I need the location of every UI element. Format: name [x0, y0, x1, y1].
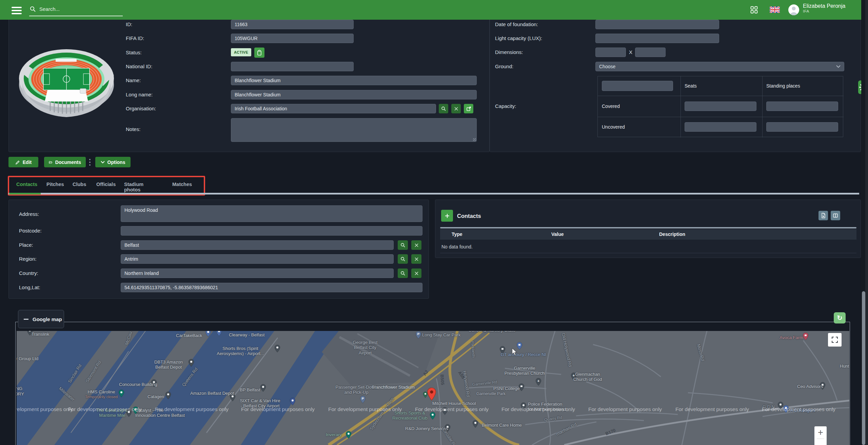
status-label: Status: — [126, 48, 142, 57]
long-name-field[interactable] — [231, 90, 477, 99]
collapse-icon[interactable] — [24, 319, 28, 320]
search-icon — [441, 106, 446, 111]
user-name[interactable]: Elizabeta Peronja — [803, 3, 845, 9]
contacts-column-type: Type — [452, 231, 462, 237]
tab-contacts[interactable]: Contacts — [16, 182, 37, 187]
kebab-menu[interactable] — [88, 158, 92, 167]
top-navbar: Search... Elizabeta Peronja IFA — [0, 0, 868, 20]
country-field[interactable] — [121, 268, 394, 278]
table-row-divider — [440, 253, 856, 253]
uncovered-standing-field[interactable] — [766, 122, 838, 132]
fifa-id-label: FIFA ID: — [126, 34, 144, 43]
map-watermark: For development purposes only — [241, 406, 315, 412]
dimensions-width-field[interactable] — [595, 48, 626, 57]
search-input[interactable]: Search... — [39, 3, 123, 15]
organisation-label: Organisation: — [126, 104, 156, 113]
map-legend[interactable]: Google map — [18, 310, 64, 328]
organisation-clear-button[interactable] — [451, 104, 461, 113]
edit-button[interactable]: Edit — [8, 157, 38, 167]
ground-label: Ground: — [495, 62, 513, 71]
country-search-button[interactable] — [398, 268, 408, 278]
export-excel-button[interactable] — [818, 211, 828, 220]
map-watermark: For development purposes only — [588, 406, 662, 412]
organisation-search-button[interactable] — [439, 104, 448, 113]
tab-matches[interactable]: Matches — [172, 182, 192, 187]
mouse-cursor — [512, 348, 517, 357]
foundation-field[interactable] — [595, 20, 719, 29]
organisation-open-button[interactable] — [464, 104, 473, 113]
status-history-button[interactable] — [254, 48, 264, 58]
tab-pitches[interactable]: Pitches — [46, 182, 64, 187]
map-refresh-button[interactable]: ↻ — [834, 312, 846, 323]
address-field[interactable]: Holywood Road — [121, 205, 422, 222]
map-watermark: For development purposes only — [415, 406, 489, 412]
uk-flag-icon — [770, 6, 780, 13]
table-scrollbar[interactable] — [440, 227, 856, 228]
place-clear-button[interactable] — [411, 240, 421, 250]
fullscreen-icon — [832, 337, 838, 343]
status-badge: ACTIVE — [231, 48, 251, 56]
dimensions-separator: X — [629, 48, 632, 57]
light-capacity-field[interactable] — [595, 34, 719, 43]
capacity-col-seats: Seats — [685, 83, 697, 89]
search-box[interactable]: Search... — [29, 3, 123, 16]
place-search-button[interactable] — [398, 240, 408, 250]
notes-resize-handle[interactable] — [473, 138, 476, 141]
covered-standing-field[interactable] — [766, 101, 838, 111]
documents-button[interactable]: Documents — [44, 157, 86, 167]
ground-select[interactable]: Choose — [595, 62, 844, 71]
light-capacity-label: Light capacity (LUX): — [495, 34, 542, 43]
scrollbar-thumb[interactable] — [862, 291, 865, 445]
map-watermark: For development purposes only — [762, 406, 835, 412]
postcode-field[interactable] — [121, 226, 422, 236]
longlat-field[interactable] — [121, 283, 422, 292]
map-watermark: For development purposes only — [501, 406, 575, 412]
clipboard-icon — [257, 50, 262, 56]
tab-clubs[interactable]: Clubs — [73, 182, 86, 187]
notes-field[interactable] — [231, 118, 477, 142]
page-scrollbar[interactable] — [861, 0, 868, 445]
address-label: Address: — [19, 209, 39, 219]
avatar[interactable] — [788, 4, 799, 15]
capacity-name-field[interactable] — [602, 81, 673, 91]
zoom-divider — [817, 439, 824, 439]
name-field[interactable] — [231, 76, 477, 85]
apps-grid-button[interactable] — [750, 6, 758, 15]
uncovered-seats-field[interactable] — [685, 122, 756, 132]
capacity-row-uncovered: Uncovered — [602, 124, 625, 130]
contacts-empty-row: No data found. — [441, 244, 473, 249]
tab-underline-active — [9, 193, 41, 194]
zoom-in-button[interactable]: + — [814, 426, 827, 445]
fifa-id-field[interactable] — [231, 34, 354, 43]
columns-icon — [833, 214, 838, 218]
map-watermark: For development purposes only — [328, 406, 402, 412]
external-link-icon — [467, 107, 471, 111]
person-icon — [788, 4, 799, 15]
google-map[interactable]: P++P Translinkber Group LtdSinclair RdSt… — [17, 331, 849, 445]
place-field[interactable] — [121, 240, 394, 250]
dimensions-height-field[interactable] — [635, 48, 666, 57]
tab-stadium-photos[interactable]: Stadium photos — [124, 182, 143, 192]
name-label: Name: — [126, 76, 141, 85]
chevron-down-icon — [101, 161, 105, 164]
national-id-field[interactable] — [231, 62, 354, 71]
id-field[interactable] — [231, 20, 354, 29]
stadium-details-panel: ID: FIFA ID: Status: ACTIVE National ID:… — [8, 10, 490, 152]
region-clear-button[interactable] — [411, 254, 421, 264]
columns-toggle-button[interactable] — [831, 211, 840, 220]
menu-button[interactable] — [12, 7, 22, 14]
fullscreen-button[interactable] — [828, 333, 842, 347]
map-marker[interactable] — [427, 387, 436, 402]
chevron-down-icon — [836, 65, 841, 68]
close-icon — [415, 272, 418, 275]
language-flag-button[interactable] — [770, 6, 780, 14]
add-contact-button[interactable] — [441, 210, 453, 222]
tab-officials[interactable]: Officials — [96, 182, 116, 187]
country-clear-button[interactable] — [411, 268, 421, 278]
region-search-button[interactable] — [398, 254, 408, 264]
region-field[interactable] — [121, 254, 394, 264]
region-label: Region: — [19, 254, 37, 264]
organisation-field[interactable] — [231, 104, 436, 113]
options-button[interactable]: Options — [95, 157, 131, 167]
covered-seats-field[interactable] — [685, 101, 756, 111]
